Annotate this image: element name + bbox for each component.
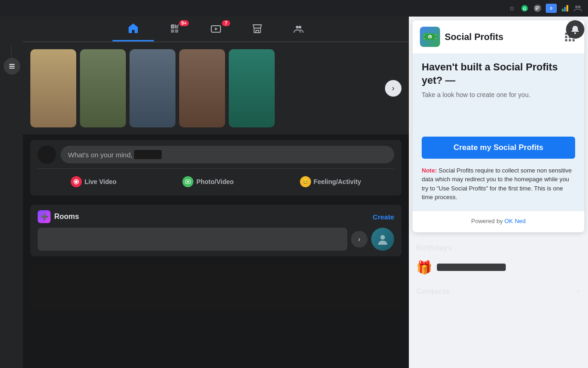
- nav-groups[interactable]: [278, 17, 319, 41]
- popup-headline: Haven't built a Social Profits yet? —: [422, 61, 575, 87]
- popup-header: $ Social Profits: [413, 20, 584, 53]
- live-video-icon: [71, 176, 82, 187]
- composer-placeholder: What's on your mind,: [68, 151, 132, 159]
- create-social-profits-button[interactable]: Create my Social Profits: [422, 137, 575, 159]
- photo-video-icon: [182, 176, 193, 187]
- svg-rect-8: [9, 64, 15, 65]
- feeling-activity-button[interactable]: 😊 Feeling/Activity: [294, 173, 367, 190]
- feeling-label: Feeling/Activity: [314, 178, 361, 185]
- charts-icon[interactable]: [560, 4, 570, 13]
- rooms-create-button[interactable]: Create: [373, 213, 394, 221]
- svg-point-26: [574, 32, 576, 34]
- powered-by-text: Powered by OK Ned: [471, 218, 526, 224]
- center-content: 9+ 7: [23, 17, 409, 368]
- nav-home[interactable]: [113, 17, 154, 41]
- popup-subtext: Take a look how to create one for you.: [422, 91, 575, 100]
- rooms-icon: ➕: [38, 210, 51, 223]
- photo-video-label: Photo/Video: [196, 178, 233, 185]
- contacts-header: Contacts +: [416, 283, 581, 301]
- contacts-section-title: Contacts: [416, 287, 450, 296]
- birthdays-section-title: Birthdays: [416, 243, 581, 253]
- story-card-3[interactable]: [130, 49, 175, 127]
- photo-video-button[interactable]: Photo/Video: [177, 173, 239, 190]
- ok-ned-link[interactable]: OK Ned: [504, 218, 526, 224]
- bookmark-icon[interactable]: ☆: [507, 4, 516, 13]
- sidebar-toggle[interactable]: [4, 58, 20, 75]
- left-sidebar: [0, 17, 23, 368]
- top-nav: 9+ 7: [23, 17, 409, 42]
- browser-chrome: ☆ G 0: [0, 0, 588, 17]
- right-sidebar-content: Birthdays 🎁 Contacts +: [409, 236, 588, 305]
- birthday-gift-icon: 🎁: [416, 260, 432, 275]
- notification-bell[interactable]: [566, 20, 584, 39]
- feeling-icon: 😊: [300, 176, 311, 187]
- popup-note: Note: Social Profits require to collect …: [422, 166, 575, 202]
- pages-badge: 9+: [179, 20, 189, 26]
- svg-point-19: [187, 181, 189, 183]
- svg-rect-10: [9, 68, 15, 69]
- user-name-box: [134, 150, 162, 159]
- svg-point-20: [380, 235, 385, 240]
- note-text: Social Profits require to collect some n…: [422, 167, 572, 201]
- right-panel: $ Social Profits Haven't built: [409, 17, 588, 368]
- popup-logo-area: $ Social Profits: [420, 27, 503, 47]
- rooms-bar: [38, 228, 347, 251]
- popup-body: Haven't built a Social Profits yet? — Ta…: [413, 53, 584, 211]
- svg-marker-25: [432, 30, 435, 33]
- nav-marketplace[interactable]: [237, 17, 278, 41]
- people-share-icon[interactable]: [573, 4, 582, 13]
- story-card-2[interactable]: [80, 49, 126, 127]
- popup-footer: Powered by OK Ned: [413, 211, 584, 232]
- note-label: Note:: [422, 167, 437, 174]
- rooms-user-avatar: [371, 228, 394, 251]
- svg-rect-5: [566, 5, 568, 12]
- post-area: [30, 264, 401, 310]
- live-video-button[interactable]: Live Video: [65, 173, 122, 190]
- birthday-item: 🎁: [416, 257, 581, 278]
- rooms-section: ➕ Rooms Create ›: [30, 205, 401, 256]
- watch-badge: 7: [222, 20, 230, 26]
- contacts-add-button[interactable]: +: [576, 287, 581, 297]
- story-strip: ›: [23, 42, 409, 134]
- post-composer: What's on your mind, Live Video: [30, 140, 401, 196]
- svg-rect-3: [562, 9, 564, 12]
- svg-rect-9: [9, 66, 15, 67]
- popup-title: Social Profits: [445, 32, 503, 42]
- svg-point-7: [578, 6, 581, 8]
- main-layout: 9+ 7: [0, 17, 588, 368]
- nav-pages[interactable]: 9+: [154, 17, 195, 41]
- live-video-label: Live Video: [85, 178, 117, 185]
- story-card-1[interactable]: [30, 49, 76, 127]
- grammarly-icon[interactable]: G: [520, 4, 529, 13]
- svg-point-15: [299, 26, 301, 29]
- svg-rect-4: [564, 7, 566, 12]
- story-card-4[interactable]: [179, 49, 225, 127]
- svg-point-16: [75, 180, 78, 183]
- chat-icon[interactable]: [533, 4, 542, 13]
- svg-text:$: $: [429, 36, 431, 40]
- story-next-button[interactable]: ›: [385, 80, 401, 97]
- whats-on-mind-input[interactable]: What's on your mind,: [61, 146, 394, 163]
- story-card-5[interactable]: [229, 49, 275, 127]
- svg-text:G: G: [523, 6, 526, 11]
- birthday-name: [437, 264, 506, 271]
- social-profits-popup: $ Social Profits Haven't built: [413, 20, 584, 232]
- rooms-title: ➕ Rooms: [38, 210, 79, 223]
- svg-point-6: [575, 6, 578, 8]
- social-profits-logo: $: [420, 27, 440, 47]
- rooms-next-button[interactable]: ›: [351, 231, 368, 247]
- nav-watch[interactable]: 7: [195, 17, 237, 41]
- extension-badge-icon[interactable]: 0: [546, 4, 557, 13]
- user-avatar: [38, 145, 56, 164]
- svg-marker-13: [215, 28, 218, 30]
- svg-point-14: [296, 26, 299, 29]
